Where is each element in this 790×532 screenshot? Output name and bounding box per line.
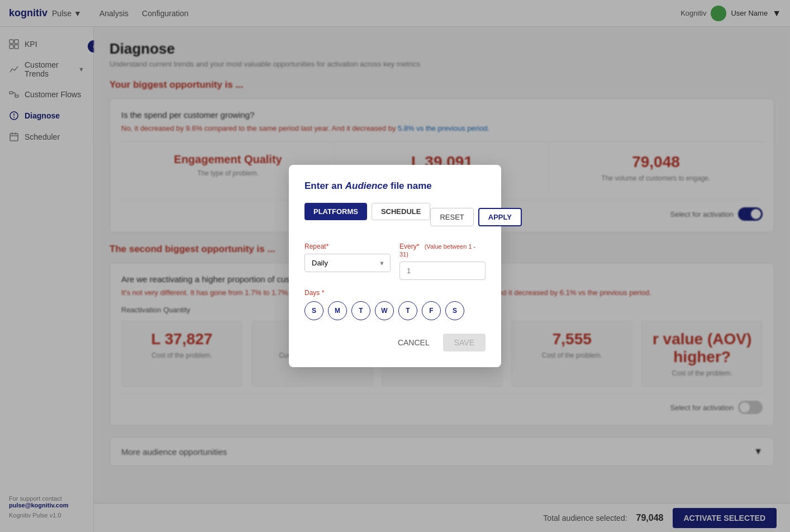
every-input[interactable] [399,262,486,280]
dialog-overlay: Enter an Audience file name PLATFORMS SC… [0,0,790,532]
tab-platforms[interactable]: PLATFORMS [304,203,367,220]
day-tuesday[interactable]: T [351,301,370,320]
days-group: Days * S M T W T F S [304,289,486,320]
days-row: S M T W T F S [304,301,486,320]
day-friday[interactable]: F [422,301,441,320]
apply-button[interactable]: APPLY [478,208,522,226]
audience-file-dialog: Enter an Audience file name PLATFORMS SC… [289,165,501,367]
dialog-tabs-row: PLATFORMS SCHEDULE RESET APPLY [304,203,486,231]
dialog-title: Enter an Audience file name [304,180,486,192]
every-group: Every* (Value between 1 - 31) [399,243,486,280]
reset-button[interactable]: RESET [430,208,473,226]
tab-schedule[interactable]: SCHEDULE [372,203,431,220]
day-monday[interactable]: M [328,301,347,320]
day-thursday[interactable]: T [398,301,417,320]
repeat-select-wrap: Daily Weekly Monthly ▼ [304,254,391,272]
save-button: SAVE [443,334,486,352]
cancel-button[interactable]: CANCEL [391,334,436,352]
day-sunday[interactable]: S [304,301,323,320]
day-wednesday[interactable]: W [375,301,394,320]
dialog-form-row: Repeat* Daily Weekly Monthly ▼ Every* (V… [304,243,486,280]
repeat-select[interactable]: Daily Weekly Monthly [304,254,391,272]
dialog-footer: CANCEL SAVE [304,334,486,352]
repeat-group: Repeat* Daily Weekly Monthly ▼ [304,243,391,272]
dialog-header-actions: RESET APPLY [430,208,522,226]
day-saturday[interactable]: S [445,301,464,320]
dialog-tabs: PLATFORMS SCHEDULE [304,203,430,220]
